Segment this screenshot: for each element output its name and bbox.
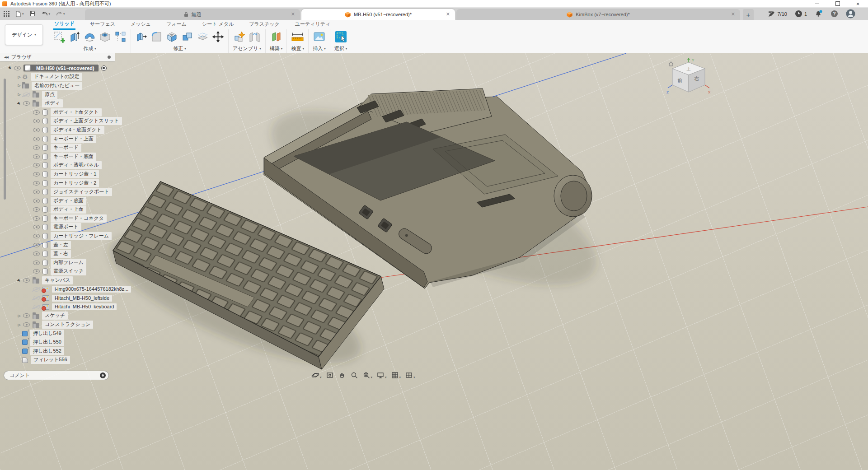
insert-button[interactable] [313,31,325,45]
tree-item-label[interactable]: ボディ・上面ダクトスリット [51,117,122,125]
restore-icon[interactable] [827,0,848,8]
tree-item-label[interactable]: カートリッジ蓋・2 [51,179,99,187]
visibility-eye-icon[interactable] [23,101,30,106]
tree-row[interactable]: キーボード・上面 [0,135,115,144]
tree-row[interactable]: ボディ4・底面ダクト [0,126,115,135]
visibility-eye-icon[interactable] [33,119,40,123]
collapse-panel-icon[interactable]: ◀◀ [4,56,8,59]
tree-row[interactable]: ▶MB-H50 (v51~recovered) [0,64,115,73]
tree-row[interactable]: キーボード [0,143,115,152]
tree-item-label[interactable]: MB-H50 (v51~recovered) [36,65,94,71]
tree-item-label[interactable]: ジョイスティックポート [51,188,112,196]
tree-row[interactable]: カートリッジ蓋・1 [0,170,115,179]
tree-row[interactable]: ▶ボディ [0,99,115,108]
tree-row[interactable]: 電源ポート [0,223,115,232]
group-label-insert[interactable]: 挿入▾ [313,45,326,52]
group-label-inspect[interactable]: 検査▾ [291,45,305,52]
visibility-eye-icon[interactable] [33,172,40,177]
measure-button[interactable] [291,31,304,45]
tree-row[interactable]: 押し出し549 [0,329,115,338]
display-settings-button[interactable]: ▾ [375,370,388,380]
create-sketch-button[interactable] [53,31,65,45]
tree-row[interactable]: 内部フレーム [0,258,115,267]
tab-kimbox[interactable]: KimBox (v7~recovered)* ✕ [456,9,740,20]
home-icon[interactable] [669,62,673,66]
tree-item-label[interactable]: カートリッジ・フレーム [51,232,112,240]
visibility-eye-icon[interactable] [33,234,40,238]
minimize-icon[interactable] [807,0,827,8]
tree-row[interactable]: ▷コンストラクション [0,320,115,329]
tree-item-label[interactable]: カートリッジ蓋・1 [51,170,99,178]
redo-button[interactable]: ▾ [56,11,65,16]
construct-plane-button[interactable] [270,31,282,45]
app-grid-menu-icon[interactable] [4,11,9,17]
group-label-create[interactable]: 作成▾ [83,45,96,52]
visibility-eye-icon[interactable] [33,110,40,115]
ribbon-tab[interactable]: ソリッド [53,19,75,30]
tree-row[interactable]: キーボード・底面 [0,152,115,161]
account-avatar[interactable] [846,9,855,19]
visibility-eye-icon[interactable] [23,93,30,97]
visibility-eye-icon[interactable] [33,216,40,221]
ribbon-tab[interactable]: プラスチック [248,20,281,29]
new-tab-button[interactable]: + [743,9,754,20]
tree-item-label[interactable]: 蓋・左 [51,241,71,249]
tree-item-label[interactable]: キーボード [51,144,81,152]
tree-row[interactable]: ▷原点 [0,90,115,99]
tree-item-label[interactable]: Hitachi_MB-H50_leftside [52,295,112,302]
visibility-eye-icon[interactable] [33,154,40,159]
tree-item-label[interactable]: 名前の付いたビュー [32,82,82,90]
visibility-eye-icon[interactable] [33,305,40,309]
ribbon-tab[interactable]: サーフェス [89,20,116,29]
tree-row[interactable]: Hitachi_MB-H50_keyboard [0,302,115,312]
tree-item-label[interactable]: スケッチ [42,312,68,320]
revolve-button[interactable] [84,31,96,45]
look-at-button[interactable] [324,370,335,380]
group-label-select[interactable]: 選択▾ [334,45,347,52]
tree-item-label[interactable]: ボディ・上面ダクト [51,108,102,116]
extrude-button[interactable] [68,31,80,45]
visibility-eye-icon[interactable] [23,313,30,318]
shell-button[interactable] [166,31,178,45]
pan-button[interactable] [337,370,347,380]
tree-item-label[interactable]: キーボード・上面 [51,135,96,143]
tree-row[interactable]: ボディ・上面ダクトスリット [0,117,115,126]
visibility-eye-icon[interactable] [33,261,40,265]
expander-icon[interactable]: ▷ [16,75,22,79]
tree-row[interactable]: Hitachi_MB-H50_leftside [0,293,115,302]
tree-item-label[interactable]: フィレット556 [31,356,70,364]
visibility-eye-icon[interactable] [33,199,40,203]
tree-item-label[interactable]: コンストラクション [42,321,93,329]
save-button[interactable] [30,11,36,17]
close-tab-icon[interactable]: ✕ [446,11,450,17]
combine-button[interactable] [181,31,193,45]
expander-icon[interactable]: ▶ [16,277,23,284]
tree-row[interactable]: キーボード・コネクタ [0,214,115,223]
viewports-button[interactable]: ▾ [404,370,417,380]
tree-row[interactable]: 電源スイッチ [0,267,115,276]
comment-bar[interactable]: コメント [4,371,109,380]
group-label-assemble[interactable]: アセンブリ▾ [233,45,261,52]
group-label-modify[interactable]: 修正▾ [173,45,186,52]
tree-row[interactable]: ▶キャンバス [0,276,115,285]
tree-item-label[interactable]: ドキュメントの設定 [31,73,82,81]
selected-item-pill[interactable]: MB-H50 (v51~recovered) [23,65,99,71]
visibility-eye-icon[interactable] [23,278,30,283]
group-label-construct[interactable]: 構築▾ [270,45,283,52]
visibility-eye-icon[interactable] [33,145,40,150]
grid-snaps-button[interactable]: ▾ [389,370,403,380]
move-button[interactable] [212,31,224,45]
tree-row[interactable]: ボディ・底面 [0,196,115,205]
joint-button[interactable] [249,31,261,45]
ribbon-tab[interactable]: メッシュ [130,20,152,29]
tree-row[interactable]: フィレット556 [0,356,115,365]
browser-scrollbar[interactable] [4,79,6,200]
tree-item-label[interactable]: キャンバス [42,276,73,284]
visibility-eye-icon[interactable] [33,190,40,194]
tree-item-label[interactable]: i-img900x675-1644576182kh8z... [52,286,131,293]
visibility-eye-icon[interactable] [33,287,40,292]
tree-item-label[interactable]: キーボード・コネクタ [51,214,107,223]
close-icon[interactable]: × [848,0,868,8]
tree-item-label[interactable]: 電源ポート [51,223,81,231]
expander-icon[interactable]: ▷ [16,93,22,97]
